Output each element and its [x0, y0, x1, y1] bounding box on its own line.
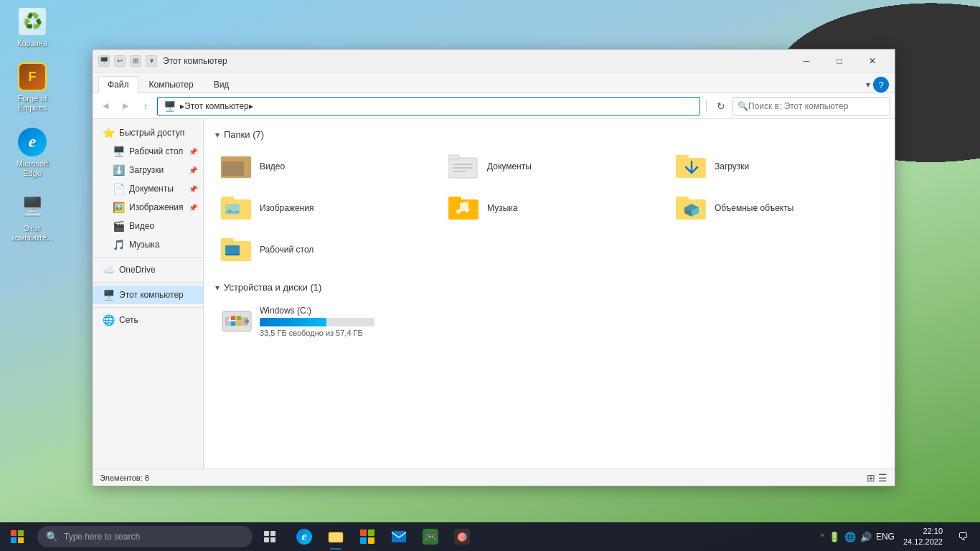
folder-documents-icon [448, 153, 480, 180]
clock-date: 24.12.2022 [903, 537, 943, 547]
desktop-icon-recycle-bin[interactable]: ♻️ Корзина [7, 7, 57, 48]
video-sidebar-icon: 🎬 [113, 220, 125, 232]
sidebar-item-this-pc[interactable]: 🖥️ Этот компьютер [93, 286, 203, 304]
recycle-bin-icon: ♻️ [18, 7, 47, 36]
file-area: ▾ Папки (7) В [204, 119, 895, 468]
taskbar-task-view[interactable] [255, 522, 284, 551]
clock-time: 22:10 [903, 526, 943, 537]
folder-item-images[interactable]: Изображения [215, 190, 428, 226]
svg-rect-45 [360, 537, 367, 544]
drive-c-progress-fill [260, 318, 326, 326]
taskbar-search-bar[interactable]: 🔍 Type here to search [37, 526, 253, 547]
taskbar-edge[interactable]: e [290, 522, 319, 551]
tab-file[interactable]: Файл [98, 76, 138, 93]
folder-item-3d[interactable]: Объемные объекты [670, 190, 883, 226]
clock[interactable]: 22:10 24.12.2022 [897, 526, 948, 548]
folders-toggle[interactable]: ▾ [215, 130, 220, 140]
up-button[interactable]: ↑ [137, 98, 154, 115]
svg-rect-10 [676, 155, 689, 159]
battery-icon[interactable]: 🔋 [829, 532, 840, 542]
drive-item-windows-c[interactable]: Windows (C:) 33,5 ГБ свободно из 57,4 ГБ [215, 301, 883, 342]
close-button[interactable]: ✕ [856, 50, 889, 72]
taskbar-store[interactable] [353, 522, 382, 551]
sidebar-item-quick-access[interactable]: ⭐ Быстрый доступ [93, 123, 203, 142]
taskbar-game2[interactable]: 🎯 [448, 522, 476, 551]
start-button[interactable] [0, 522, 34, 551]
folder-item-video[interactable]: Видео [215, 149, 428, 184]
edge-label: MicrosoftEdge [17, 159, 49, 178]
sidebar-item-downloads[interactable]: ⬇️ Загрузки 📌 [93, 161, 203, 179]
devices-toggle[interactable]: ▾ [215, 283, 220, 293]
taskbar-game1[interactable]: 🎮 [416, 522, 445, 551]
show-hidden-icons-button[interactable]: ^ [821, 532, 824, 541]
svg-rect-37 [270, 531, 275, 536]
taskbar-mail[interactable] [385, 522, 413, 551]
quick-access-icon: ⭐ [103, 127, 115, 138]
devices-section-title: Устройства и диски (1) [224, 282, 321, 293]
taskbar-search-text: Type here to search [64, 532, 140, 542]
pin-icon-2: 📌 [189, 166, 197, 174]
view-tiles-icon[interactable]: ⊞ [867, 472, 875, 484]
back-button[interactable]: ◀ [97, 98, 114, 115]
sidebar-item-documents[interactable]: 📄 Документы 📌 [93, 179, 203, 198]
folder-item-documents[interactable]: Документы [443, 149, 656, 184]
drive-c-name: Windows (C:) [260, 306, 374, 316]
forge-icon: F [18, 62, 47, 91]
edge-taskbar-icon: e [296, 529, 312, 545]
windows-logo-icon [11, 530, 24, 543]
svg-rect-47 [392, 531, 406, 542]
forward-button[interactable]: ▶ [117, 98, 134, 115]
desktop: ♻️ Корзина F Forge ofEmpires e Microsoft… [0, 0, 980, 551]
sidebar-network-label: Сеть [119, 315, 138, 325]
address-path[interactable]: 🖥️ ▸ Этот компьютер ▸ [157, 97, 700, 116]
sidebar-item-video[interactable]: 🎬 Видео [93, 217, 203, 235]
taskbar-file-explorer[interactable] [321, 522, 350, 551]
sidebar-documents-label: Документы [129, 184, 174, 194]
folder-item-desktop[interactable]: Рабочий стол [215, 232, 428, 268]
desktop-icon-forge[interactable]: F Forge ofEmpires [7, 62, 57, 113]
folder-music-name: Музыка [487, 203, 517, 213]
folders-grid: Видео Докумен [215, 149, 883, 268]
sidebar-item-music[interactable]: 🎵 Музыка [93, 235, 203, 254]
folder-item-music[interactable]: Музыка [443, 190, 656, 226]
sidebar-item-desktop[interactable]: 🖥️ Рабочий стол 📌 [93, 142, 203, 161]
tab-computer[interactable]: Компьютер [140, 76, 203, 93]
notification-center-button[interactable]: 🗨 [951, 522, 974, 551]
thispc-label: Этоткомпьюте... [11, 224, 54, 242]
drive-c-progress [260, 318, 374, 326]
folder-item-downloads[interactable]: Загрузки [670, 149, 883, 184]
tab-view[interactable]: Вид [204, 76, 239, 93]
pin-icon: 📌 [189, 148, 197, 156]
folder-music-icon [448, 194, 480, 222]
network-icon[interactable]: 🌐 [844, 532, 856, 542]
address-separator [706, 100, 707, 113]
svg-rect-31 [237, 321, 241, 326]
search-box[interactable]: 🔍 [732, 97, 890, 116]
volume-icon[interactable]: 🔊 [860, 532, 872, 542]
language-indicator[interactable]: ENG [876, 532, 895, 542]
title-dropdown-icon[interactable]: ▾ [146, 55, 157, 67]
desktop-icon-edge[interactable]: e MicrosoftEdge [7, 128, 57, 178]
sidebar-item-network[interactable]: 🌐 Сеть [93, 311, 203, 329]
store-taskbar-icon [359, 529, 375, 545]
system-tray: ^ 🔋 🌐 🔊 ENG [821, 532, 895, 542]
view-list-icon[interactable]: ☰ [878, 472, 887, 484]
help-button[interactable]: ? [873, 77, 889, 93]
folders-section-header: ▾ Папки (7) [215, 129, 883, 140]
game1-taskbar-icon: 🎮 [423, 529, 438, 545]
svg-rect-41 [329, 532, 335, 536]
ribbon: Файл Компьютер Вид ▾ ? [93, 72, 895, 93]
maximize-button[interactable]: □ [823, 50, 856, 72]
search-input[interactable] [748, 101, 885, 111]
minimize-button[interactable]: ─ [790, 50, 823, 72]
sidebar-item-images[interactable]: 🖼️ Изображения 📌 [93, 198, 203, 217]
desktop-icon-thispc[interactable]: 🖥️ Этоткомпьюте... [7, 192, 57, 242]
refresh-button[interactable]: ↻ [712, 98, 730, 115]
explorer-window: 🖥️ ↩ ⊞ ▾ Этот компьютер ─ □ ✕ Файл Компь… [92, 49, 895, 486]
properties-icon[interactable]: ⊞ [130, 55, 141, 67]
ribbon-collapse-button[interactable]: ▾ [866, 80, 870, 90]
sidebar-downloads-label: Загрузки [129, 165, 164, 175]
undo-icon[interactable]: ↩ [114, 55, 126, 67]
folder-video-icon [221, 153, 253, 180]
sidebar-item-onedrive[interactable]: ☁️ OneDrive [93, 260, 203, 279]
